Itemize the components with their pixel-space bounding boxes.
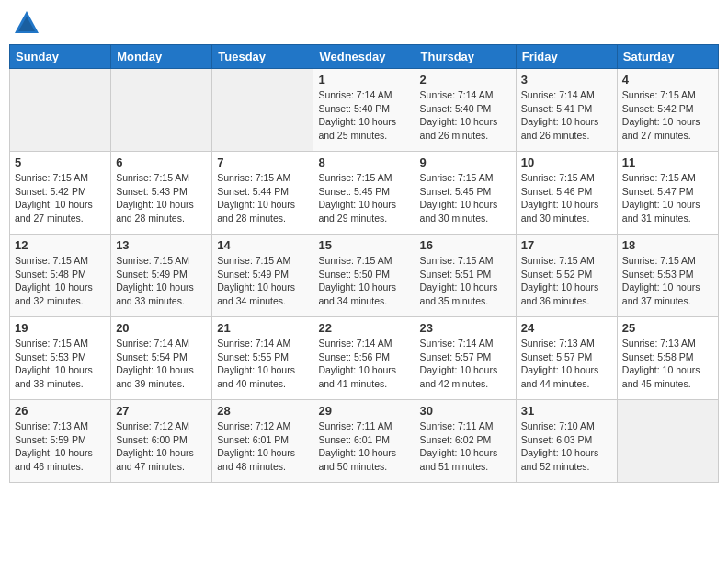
- calendar-cell: 11Sunrise: 7:15 AM Sunset: 5:47 PM Dayli…: [617, 152, 718, 235]
- logo: [13, 9, 44, 37]
- day-number: 20: [116, 321, 207, 335]
- day-info: Sunrise: 7:15 AM Sunset: 5:45 PM Dayligh…: [420, 171, 511, 225]
- calendar-cell: 22Sunrise: 7:14 AM Sunset: 5:56 PM Dayli…: [313, 317, 415, 400]
- day-number: 6: [116, 155, 207, 169]
- calendar-cell: 7Sunrise: 7:15 AM Sunset: 5:44 PM Daylig…: [212, 152, 313, 235]
- weekday-header-saturday: Saturday: [617, 45, 718, 69]
- calendar-cell: [10, 69, 111, 152]
- day-number: 10: [521, 155, 612, 169]
- day-info: Sunrise: 7:15 AM Sunset: 5:45 PM Dayligh…: [318, 171, 409, 225]
- calendar-cell: 2Sunrise: 7:14 AM Sunset: 5:40 PM Daylig…: [415, 69, 516, 152]
- day-info: Sunrise: 7:14 AM Sunset: 5:54 PM Dayligh…: [116, 337, 207, 391]
- day-info: Sunrise: 7:14 AM Sunset: 5:56 PM Dayligh…: [318, 337, 409, 391]
- day-number: 1: [318, 73, 409, 86]
- day-info: Sunrise: 7:11 AM Sunset: 6:01 PM Dayligh…: [318, 419, 409, 474]
- day-number: 22: [318, 321, 409, 335]
- day-number: 28: [217, 404, 308, 418]
- day-info: Sunrise: 7:15 AM Sunset: 5:42 PM Dayligh…: [15, 171, 106, 225]
- calendar-cell: 20Sunrise: 7:14 AM Sunset: 5:54 PM Dayli…: [111, 317, 212, 400]
- day-number: 23: [420, 321, 511, 335]
- calendar-cell: 9Sunrise: 7:15 AM Sunset: 5:45 PM Daylig…: [415, 152, 516, 235]
- day-number: 4: [622, 73, 713, 86]
- day-info: Sunrise: 7:14 AM Sunset: 5:57 PM Dayligh…: [420, 337, 511, 391]
- day-number: 30: [420, 404, 511, 418]
- day-number: 12: [15, 238, 106, 252]
- day-number: 21: [217, 321, 308, 335]
- calendar-cell: 3Sunrise: 7:14 AM Sunset: 5:41 PM Daylig…: [516, 69, 617, 152]
- calendar-week-row: 19Sunrise: 7:15 AM Sunset: 5:53 PM Dayli…: [10, 317, 719, 400]
- day-number: 13: [116, 238, 207, 252]
- calendar-cell: 8Sunrise: 7:15 AM Sunset: 5:45 PM Daylig…: [313, 152, 415, 235]
- calendar-cell: 28Sunrise: 7:12 AM Sunset: 6:01 PM Dayli…: [212, 400, 313, 483]
- day-info: Sunrise: 7:10 AM Sunset: 6:03 PM Dayligh…: [521, 419, 612, 474]
- day-info: Sunrise: 7:15 AM Sunset: 5:43 PM Dayligh…: [116, 171, 207, 225]
- calendar-week-row: 1Sunrise: 7:14 AM Sunset: 5:40 PM Daylig…: [10, 69, 719, 152]
- calendar-cell: 6Sunrise: 7:15 AM Sunset: 5:43 PM Daylig…: [111, 152, 212, 235]
- calendar-cell: 12Sunrise: 7:15 AM Sunset: 5:48 PM Dayli…: [10, 235, 111, 317]
- day-number: 2: [420, 73, 511, 86]
- day-info: Sunrise: 7:12 AM Sunset: 6:00 PM Dayligh…: [116, 419, 207, 474]
- day-number: 31: [521, 404, 612, 418]
- weekday-header-tuesday: Tuesday: [212, 45, 313, 69]
- day-info: Sunrise: 7:13 AM Sunset: 5:57 PM Dayligh…: [521, 337, 612, 391]
- calendar-cell: 16Sunrise: 7:15 AM Sunset: 5:51 PM Dayli…: [415, 235, 516, 317]
- calendar-cell: 24Sunrise: 7:13 AM Sunset: 5:57 PM Dayli…: [516, 317, 617, 400]
- calendar-cell: 10Sunrise: 7:15 AM Sunset: 5:46 PM Dayli…: [516, 152, 617, 235]
- day-info: Sunrise: 7:13 AM Sunset: 5:58 PM Dayligh…: [622, 337, 713, 391]
- day-info: Sunrise: 7:15 AM Sunset: 5:50 PM Dayligh…: [318, 254, 409, 308]
- day-info: Sunrise: 7:12 AM Sunset: 6:01 PM Dayligh…: [217, 419, 308, 474]
- day-info: Sunrise: 7:15 AM Sunset: 5:53 PM Dayligh…: [15, 337, 106, 391]
- day-info: Sunrise: 7:14 AM Sunset: 5:40 PM Dayligh…: [420, 88, 511, 143]
- day-info: Sunrise: 7:15 AM Sunset: 5:53 PM Dayligh…: [622, 254, 713, 308]
- calendar-cell: 13Sunrise: 7:15 AM Sunset: 5:49 PM Dayli…: [111, 235, 212, 317]
- calendar-cell: 15Sunrise: 7:15 AM Sunset: 5:50 PM Dayli…: [313, 235, 415, 317]
- weekday-header-thursday: Thursday: [415, 45, 516, 69]
- day-info: Sunrise: 7:15 AM Sunset: 5:42 PM Dayligh…: [622, 88, 713, 143]
- day-info: Sunrise: 7:15 AM Sunset: 5:46 PM Dayligh…: [521, 171, 612, 225]
- day-info: Sunrise: 7:15 AM Sunset: 5:49 PM Dayligh…: [217, 254, 308, 308]
- logo-icon: [13, 9, 40, 37]
- calendar-cell: 25Sunrise: 7:13 AM Sunset: 5:58 PM Dayli…: [617, 317, 718, 400]
- calendar-cell: [212, 69, 313, 152]
- calendar-cell: 29Sunrise: 7:11 AM Sunset: 6:01 PM Dayli…: [313, 400, 415, 483]
- calendar-cell: 14Sunrise: 7:15 AM Sunset: 5:49 PM Dayli…: [212, 235, 313, 317]
- day-number: 29: [318, 404, 409, 418]
- calendar-cell: 30Sunrise: 7:11 AM Sunset: 6:02 PM Dayli…: [415, 400, 516, 483]
- calendar-cell: 17Sunrise: 7:15 AM Sunset: 5:52 PM Dayli…: [516, 235, 617, 317]
- day-number: 5: [15, 155, 106, 169]
- day-info: Sunrise: 7:15 AM Sunset: 5:52 PM Dayligh…: [521, 254, 612, 308]
- day-number: 18: [622, 238, 713, 252]
- day-info: Sunrise: 7:15 AM Sunset: 5:44 PM Dayligh…: [217, 171, 308, 225]
- day-number: 27: [116, 404, 207, 418]
- page-header: [9, 9, 719, 37]
- weekday-header-sunday: Sunday: [10, 45, 111, 69]
- calendar-cell: 1Sunrise: 7:14 AM Sunset: 5:40 PM Daylig…: [313, 69, 415, 152]
- calendar-cell: 19Sunrise: 7:15 AM Sunset: 5:53 PM Dayli…: [10, 317, 111, 400]
- calendar-cell: 26Sunrise: 7:13 AM Sunset: 5:59 PM Dayli…: [10, 400, 111, 483]
- weekday-header-friday: Friday: [516, 45, 617, 69]
- calendar-week-row: 26Sunrise: 7:13 AM Sunset: 5:59 PM Dayli…: [10, 400, 719, 483]
- day-number: 11: [622, 155, 713, 169]
- day-info: Sunrise: 7:15 AM Sunset: 5:51 PM Dayligh…: [420, 254, 511, 308]
- day-number: 16: [420, 238, 511, 252]
- day-info: Sunrise: 7:14 AM Sunset: 5:41 PM Dayligh…: [521, 88, 612, 143]
- calendar-cell: 18Sunrise: 7:15 AM Sunset: 5:53 PM Dayli…: [617, 235, 718, 317]
- day-info: Sunrise: 7:13 AM Sunset: 5:59 PM Dayligh…: [15, 419, 106, 474]
- day-number: 8: [318, 155, 409, 169]
- weekday-header-monday: Monday: [111, 45, 212, 69]
- day-info: Sunrise: 7:14 AM Sunset: 5:55 PM Dayligh…: [217, 337, 308, 391]
- calendar-week-row: 5Sunrise: 7:15 AM Sunset: 5:42 PM Daylig…: [10, 152, 719, 235]
- day-info: Sunrise: 7:15 AM Sunset: 5:48 PM Dayligh…: [15, 254, 106, 308]
- day-number: 25: [622, 321, 713, 335]
- calendar-week-row: 12Sunrise: 7:15 AM Sunset: 5:48 PM Dayli…: [10, 235, 719, 317]
- calendar-cell: [111, 69, 212, 152]
- weekday-header-row: SundayMondayTuesdayWednesdayThursdayFrid…: [10, 45, 719, 69]
- day-info: Sunrise: 7:15 AM Sunset: 5:47 PM Dayligh…: [622, 171, 713, 225]
- calendar-cell: 27Sunrise: 7:12 AM Sunset: 6:00 PM Dayli…: [111, 400, 212, 483]
- calendar-table: SundayMondayTuesdayWednesdayThursdayFrid…: [9, 44, 719, 483]
- calendar-cell: 21Sunrise: 7:14 AM Sunset: 5:55 PM Dayli…: [212, 317, 313, 400]
- day-number: 19: [15, 321, 106, 335]
- day-number: 9: [420, 155, 511, 169]
- calendar-cell: 23Sunrise: 7:14 AM Sunset: 5:57 PM Dayli…: [415, 317, 516, 400]
- weekday-header-wednesday: Wednesday: [313, 45, 415, 69]
